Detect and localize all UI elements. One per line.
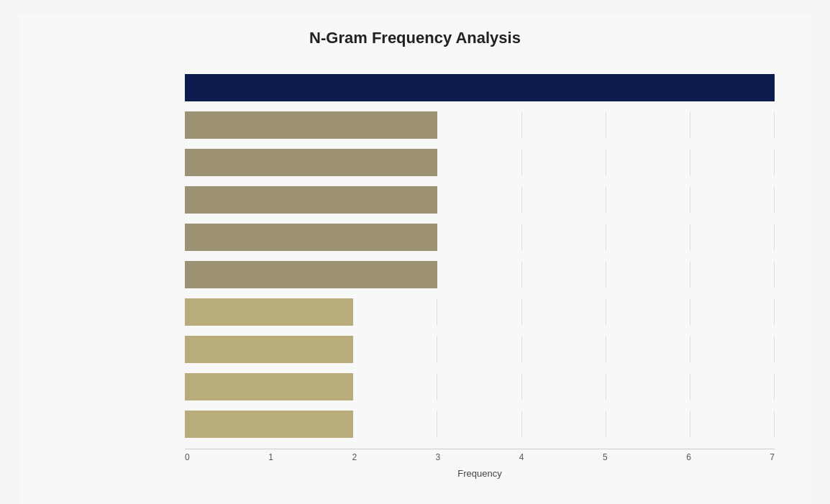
x-tick: 5 [603, 452, 608, 462]
bar-track [185, 411, 775, 438]
x-tick: 4 [519, 452, 524, 462]
bar-fill [185, 336, 353, 363]
chart-title: N-Gram Frequency Analysis [34, 29, 796, 47]
bar-fill [185, 373, 353, 400]
bar-track [185, 149, 775, 176]
bar-fill [185, 411, 353, 438]
x-tick: 2 [352, 452, 357, 462]
x-tick: 7 [770, 452, 775, 462]
x-tick: 6 [686, 452, 691, 462]
x-tick: 1 [268, 452, 273, 462]
x-axis-area: 01234567 Frequency [34, 449, 796, 479]
bar-row: zero trust model [185, 69, 775, 106]
bar-track [185, 261, 775, 288]
bar-row: post explore role [185, 331, 775, 368]
bar-fill [185, 224, 437, 251]
bar-fill [185, 74, 775, 101]
bar-fill [185, 186, 437, 214]
bar-row: segmentation zero trust [185, 144, 775, 181]
x-axis-label: Frequency [185, 468, 775, 479]
bar-row: zero trust world [185, 293, 775, 331]
chart-area: zero trust modelzero trust networksegmen… [34, 69, 796, 443]
bar-row: granular access control [185, 181, 775, 219]
bar-row: network traffic user [185, 219, 775, 256]
bar-track [185, 336, 775, 363]
bar-fill [185, 149, 437, 176]
x-axis-line [185, 449, 775, 449]
bar-track [185, 74, 775, 101]
bar-track [185, 373, 775, 400]
bar-row: traffic user behavior [185, 256, 775, 293]
bar-fill [185, 111, 437, 139]
bar-track [185, 186, 775, 214]
bar-track [185, 298, 775, 326]
bar-track [185, 111, 775, 139]
x-tick: 3 [436, 452, 441, 462]
chart-container: N-Gram Frequency Analysis zero trust mod… [19, 14, 811, 504]
bar-row: network segmentation zero [185, 368, 775, 406]
x-tick: 0 [185, 452, 190, 462]
bar-fill [185, 298, 353, 326]
bar-fill [185, 261, 437, 288]
bar-row: share best practice [185, 406, 775, 443]
bar-track [185, 224, 775, 251]
bar-row: zero trust network [185, 106, 775, 144]
x-ticks: 01234567 [185, 452, 775, 462]
